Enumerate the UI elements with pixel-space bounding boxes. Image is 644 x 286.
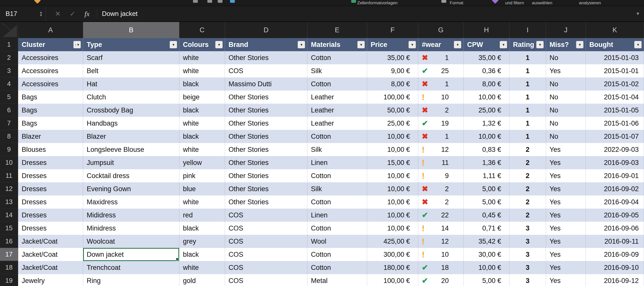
cell-E17[interactable]: Cotton bbox=[307, 248, 367, 261]
cell-F6[interactable]: 50,00 € bbox=[367, 104, 418, 117]
cell-J3[interactable]: Yes bbox=[546, 64, 586, 77]
cell-I7[interactable]: 1 bbox=[509, 117, 546, 130]
cell-K16[interactable]: 2016-09-11 bbox=[586, 235, 644, 248]
cell-E12[interactable]: Silk bbox=[307, 182, 367, 195]
cell-D14[interactable]: COS bbox=[225, 209, 307, 222]
cell-E8[interactable]: Cotton bbox=[307, 130, 367, 143]
cell-G15[interactable]: !14 bbox=[418, 222, 464, 235]
cell-J17[interactable]: Yes bbox=[546, 248, 586, 261]
cell-K14[interactable]: 2016-09-05 bbox=[586, 209, 644, 222]
column-header-J[interactable]: J bbox=[546, 22, 586, 38]
cell-K2[interactable]: 2015-01-03 bbox=[586, 51, 644, 64]
filter-button-wear[interactable]: ▼ bbox=[454, 41, 461, 48]
row-header-4[interactable]: 4 bbox=[0, 77, 18, 91]
cell-I19[interactable]: 3 bbox=[509, 274, 546, 286]
cell-F11[interactable]: 10,00 € bbox=[367, 169, 418, 182]
cell-K10[interactable]: 2016-09-03 bbox=[586, 156, 644, 169]
cell-C16[interactable]: grey bbox=[179, 235, 225, 248]
cell-J6[interactable]: No bbox=[546, 104, 586, 117]
cell-D5[interactable]: Other Stories bbox=[225, 91, 307, 104]
row-header-12[interactable]: 12 bbox=[0, 182, 18, 195]
cell-H11[interactable]: 1,11 € bbox=[464, 169, 509, 182]
column-header-C[interactable]: C bbox=[179, 22, 225, 38]
cell-A14[interactable]: Dresses bbox=[18, 209, 83, 222]
cell-K13[interactable]: 2016-09-04 bbox=[586, 195, 644, 209]
row-header-1[interactable]: 1 bbox=[0, 38, 18, 51]
cell-F14[interactable]: 10,00 € bbox=[367, 209, 418, 222]
cell-H1[interactable]: CPW▼ bbox=[464, 38, 509, 51]
cell-E9[interactable]: Silk bbox=[307, 143, 367, 156]
cell-G5[interactable]: !10 bbox=[418, 91, 464, 104]
cell-I11[interactable]: 2 bbox=[509, 169, 546, 182]
cell-H6[interactable]: 25,00 € bbox=[464, 104, 509, 117]
cell-D9[interactable]: Other Stories bbox=[225, 143, 307, 156]
cell-B18[interactable]: Trenchcoat bbox=[83, 261, 179, 274]
cell-J12[interactable]: Yes bbox=[546, 182, 586, 195]
cell-G18[interactable]: ✔18 bbox=[418, 261, 464, 274]
cell-G11[interactable]: !9 bbox=[418, 169, 464, 182]
formula-input[interactable]: Down jacket bbox=[102, 10, 636, 18]
cell-G8[interactable]: ✖1 bbox=[418, 130, 464, 143]
cell-G1[interactable]: #wear▼ bbox=[418, 38, 464, 51]
cell-G9[interactable]: !12 bbox=[418, 143, 464, 156]
cell-K6[interactable]: 2015-01-05 bbox=[586, 104, 644, 117]
cell-E11[interactable]: Cotton bbox=[307, 169, 367, 182]
cell-H18[interactable]: 10,00 € bbox=[464, 261, 509, 274]
cell-F4[interactable]: 8,00 € bbox=[367, 77, 418, 91]
cell-A12[interactable]: Dresses bbox=[18, 182, 83, 195]
cell-D19[interactable]: COS bbox=[225, 274, 307, 286]
cell-J1[interactable]: Miss?▼ bbox=[546, 38, 586, 51]
cell-B15[interactable]: Minidress bbox=[83, 222, 179, 235]
filter-button-cpw[interactable]: ▼ bbox=[500, 41, 507, 48]
cell-B6[interactable]: Crossbody Bag bbox=[83, 104, 179, 117]
cell-J4[interactable]: No bbox=[546, 77, 586, 91]
row-header-17[interactable]: 17 bbox=[0, 248, 18, 261]
cell-D8[interactable]: Other Stories bbox=[225, 130, 307, 143]
cell-K18[interactable]: 2016-09-10 bbox=[586, 261, 644, 274]
cell-J9[interactable]: Yes bbox=[546, 143, 586, 156]
row-header-14[interactable]: 14 bbox=[0, 209, 18, 222]
cell-D10[interactable]: Other Stories bbox=[225, 156, 307, 169]
cell-J18[interactable]: Yes bbox=[546, 261, 586, 274]
cell-D1[interactable]: Brand▼ bbox=[225, 38, 307, 51]
ribbon-label-und-filtern[interactable]: und filtern bbox=[505, 1, 524, 6]
cell-I17[interactable]: 3 bbox=[509, 248, 546, 261]
cell-A5[interactable]: Bags bbox=[18, 91, 83, 104]
cell-H3[interactable]: 0,36 € bbox=[464, 64, 509, 77]
ribbon-label-analysieren[interactable]: analysieren bbox=[579, 1, 601, 6]
cell-A4[interactable]: Accessoires bbox=[18, 77, 83, 91]
cell-F2[interactable]: 35,00 € bbox=[367, 51, 418, 64]
cell-H13[interactable]: 5,00 € bbox=[464, 195, 509, 209]
cell-E15[interactable]: Cotton bbox=[307, 222, 367, 235]
select-all-corner[interactable] bbox=[0, 22, 18, 38]
cell-I13[interactable]: 2 bbox=[509, 195, 546, 209]
cell-D12[interactable]: Other Stories bbox=[225, 182, 307, 195]
cell-E19[interactable]: Metal bbox=[307, 274, 367, 286]
cell-D2[interactable]: Other Stories bbox=[225, 51, 307, 64]
cell-F12[interactable]: 10,00 € bbox=[367, 182, 418, 195]
cell-I9[interactable]: 2 bbox=[509, 143, 546, 156]
cell-B11[interactable]: Cocktail dress bbox=[83, 169, 179, 182]
cell-J7[interactable]: No bbox=[546, 117, 586, 130]
cell-B10[interactable]: Jumpsuit bbox=[83, 156, 179, 169]
row-header-2[interactable]: 2 bbox=[0, 51, 18, 64]
cell-K5[interactable]: 2015-01-04 bbox=[586, 91, 644, 104]
row-header-6[interactable]: 6 bbox=[0, 104, 18, 117]
cell-B13[interactable]: Maxidress bbox=[83, 195, 179, 209]
cell-A13[interactable]: Dresses bbox=[18, 195, 83, 209]
cell-G4[interactable]: ✖1 bbox=[418, 77, 464, 91]
cell-G13[interactable]: ✖2 bbox=[418, 195, 464, 209]
cell-K4[interactable]: 2015-01-02 bbox=[586, 77, 644, 91]
cell-E13[interactable]: Cotton bbox=[307, 195, 367, 209]
cell-C6[interactable]: black bbox=[179, 104, 225, 117]
cell-D17[interactable]: COS bbox=[225, 248, 307, 261]
row-header-16[interactable]: 16 bbox=[0, 235, 18, 248]
cell-C4[interactable]: black bbox=[179, 77, 225, 91]
name-box[interactable]: B17 ▲ ▼ bbox=[0, 6, 46, 21]
cell-H14[interactable]: 0,45 € bbox=[464, 209, 509, 222]
cell-E16[interactable]: Wool bbox=[307, 235, 367, 248]
column-header-H[interactable]: H bbox=[464, 22, 509, 38]
cell-I3[interactable]: 1 bbox=[509, 64, 546, 77]
cell-I2[interactable]: 1 bbox=[509, 51, 546, 64]
cell-F13[interactable]: 10,00 € bbox=[367, 195, 418, 209]
